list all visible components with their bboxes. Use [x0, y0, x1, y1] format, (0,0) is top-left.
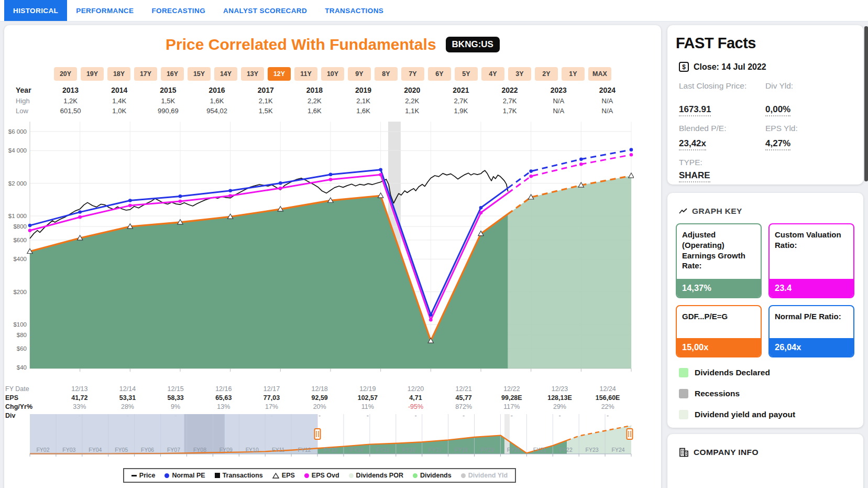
field-value: 1673.91	[679, 104, 711, 116]
range-button-9y[interactable]: 9Y	[348, 67, 371, 81]
range-button-10y[interactable]: 10Y	[321, 67, 344, 81]
range-button-16y[interactable]: 16Y	[161, 67, 184, 81]
legend-item-transactions[interactable]: Transactions	[215, 472, 263, 479]
range-button-max[interactable]: MAX	[588, 67, 611, 81]
svg-text:FY09: FY09	[219, 447, 233, 453]
building-icon	[679, 448, 689, 457]
low-cell: 1,6K	[339, 106, 388, 116]
legend-item-eps[interactable]: EPS	[272, 472, 295, 479]
eps-cell: 45,77	[440, 394, 488, 403]
triangle-marker-icon	[272, 473, 279, 479]
main-chart: $6 000$4 000$2 000$1 000$800$600$400$200…	[5, 120, 634, 372]
field-value: 0,00%	[765, 104, 790, 116]
company-info-header: COMPANY INFO	[679, 448, 759, 457]
legend-item-dividend-yld[interactable]: Dividend Yld	[461, 472, 508, 479]
range-button-11y[interactable]: 11Y	[294, 67, 317, 81]
svg-text:$2 000: $2 000	[8, 180, 27, 187]
range-button-17y[interactable]: 17Y	[134, 67, 157, 81]
svg-text:$6 000: $6 000	[8, 128, 27, 135]
fy-date-cell: 12/22	[488, 385, 536, 394]
dividends-declared-swatch	[679, 368, 688, 377]
legend-row: PriceNormal PETransactionsEPSEPS OvdDivi…	[5, 468, 634, 483]
svg-text:$400: $400	[13, 256, 27, 262]
tab-forecasting[interactable]: FORECASTING	[142, 0, 214, 21]
field-blended-pe: Blended P/E: 23,42x	[679, 123, 765, 150]
year-header-cell: 2014	[95, 84, 144, 96]
range-button-15y[interactable]: 15Y	[188, 67, 211, 81]
range-button-19y[interactable]: 19Y	[81, 67, 104, 81]
graph-key-title: GRAPH KEY	[692, 207, 742, 216]
svg-text:FY21: FY21	[533, 447, 546, 453]
low-cell: 1,1K	[388, 106, 436, 116]
scrollbar-thumb[interactable]	[864, 26, 868, 181]
eps-cell: 41,72	[56, 394, 104, 403]
year-header-cell: 2022	[485, 84, 534, 96]
low-cell: N/A	[534, 106, 583, 116]
swatch-label: Dividend yield and payout	[695, 410, 795, 419]
high-cell: N/A	[583, 96, 632, 106]
tab-performance[interactable]: PERFORMANCE	[67, 0, 142, 21]
legend-item-label: EPS	[282, 472, 295, 479]
range-handle-right[interactable]	[627, 429, 633, 439]
range-button-13y[interactable]: 13Y	[241, 67, 264, 81]
tab-analyst-scorecard[interactable]: ANALYST SCORECARD	[214, 0, 316, 21]
svg-text:FY02: FY02	[36, 447, 49, 453]
tab-historical[interactable]: HISTORICAL	[4, 0, 67, 21]
recessions-swatch	[679, 389, 688, 398]
chart-panel: Price Correlated With Fundamentals BKNG:…	[4, 25, 661, 488]
svg-text:$600: $600	[13, 237, 27, 243]
high-cell: 1,2K	[46, 96, 95, 106]
chart-legend: PriceNormal PETransactionsEPSEPS OvdDivi…	[123, 468, 516, 483]
fy-date-cell: 12/18	[295, 385, 344, 394]
svg-text:$4 000: $4 000	[8, 147, 27, 154]
range-handle-left[interactable]	[315, 429, 321, 439]
range-button-4y[interactable]: 4Y	[481, 67, 504, 81]
range-button-14y[interactable]: 14Y	[214, 67, 237, 81]
legend-item-label: Dividend Yld	[468, 472, 508, 479]
top-tab-bar: HISTORICAL PERFORMANCE FORECASTING ANALY…	[0, 0, 868, 21]
legend-item-normal-pe[interactable]: Normal PE	[164, 472, 205, 479]
field-last-closing-price: Last Closing Price: 1673.91	[679, 81, 765, 116]
high-row-label: High	[5, 96, 46, 106]
range-button-1y[interactable]: 1Y	[562, 67, 585, 81]
dot-marker-icon	[164, 473, 169, 478]
year-header-cell: 2020	[388, 84, 436, 96]
svg-text:FY03: FY03	[62, 447, 75, 453]
key-card-value: 15,00x	[677, 338, 761, 356]
legend-item-eps-ovd[interactable]: EPS Ovd	[304, 472, 339, 479]
legend-item-dividends[interactable]: Dividends	[413, 472, 452, 479]
svg-text:$60: $60	[17, 345, 27, 352]
price-tag-icon: $	[679, 62, 689, 72]
tab-transactions[interactable]: TRANSACTIONS	[316, 0, 392, 21]
eps-cell: 4,71	[392, 394, 440, 403]
graph-key-header: GRAPH KEY	[679, 207, 742, 216]
high-cell: 1,6K	[192, 96, 241, 106]
mini-chart-range-selector[interactable]: FY02FY03FY04FY05FY06FY07FY08FY09FY10FY11…	[5, 411, 634, 460]
dash-marker-icon	[131, 475, 137, 476]
range-button-7y[interactable]: 7Y	[401, 67, 424, 81]
range-button-2y[interactable]: 2Y	[535, 67, 558, 81]
legend-item-price[interactable]: Price	[131, 472, 156, 479]
high-cell: N/A	[534, 96, 583, 106]
range-button-8y[interactable]: 8Y	[375, 67, 398, 81]
range-button-18y[interactable]: 18Y	[107, 67, 130, 81]
field-value: 4,27%	[765, 138, 790, 150]
eps-cell: 65,63	[200, 394, 248, 403]
svg-text:FY14: FY14	[350, 447, 363, 453]
swatch-label: Dividends Declared	[695, 368, 770, 377]
legend-item-dividends-por[interactable]: Dividends POR	[349, 472, 403, 479]
range-button-6y[interactable]: 6Y	[428, 67, 451, 81]
low-cell: 1,5K	[241, 106, 290, 116]
dot-marker-icon	[413, 473, 417, 478]
range-button-20y[interactable]: 20Y	[54, 67, 77, 81]
key-swatch-list: Dividends Declared Recessions Dividend y…	[679, 368, 795, 419]
close-date-row: $ Close: 14 Jul 2022	[679, 62, 766, 72]
low-cell: 990,69	[144, 106, 192, 116]
fy-date-row-label: FY Date	[5, 385, 56, 394]
high-cell: 2,2K	[388, 96, 436, 106]
fy-date-cell: 12/19	[344, 385, 392, 394]
svg-text:FY05: FY05	[115, 447, 128, 453]
range-button-5y[interactable]: 5Y	[455, 67, 478, 81]
range-button-3y[interactable]: 3Y	[508, 67, 531, 81]
range-button-12y[interactable]: 12Y	[268, 67, 291, 81]
